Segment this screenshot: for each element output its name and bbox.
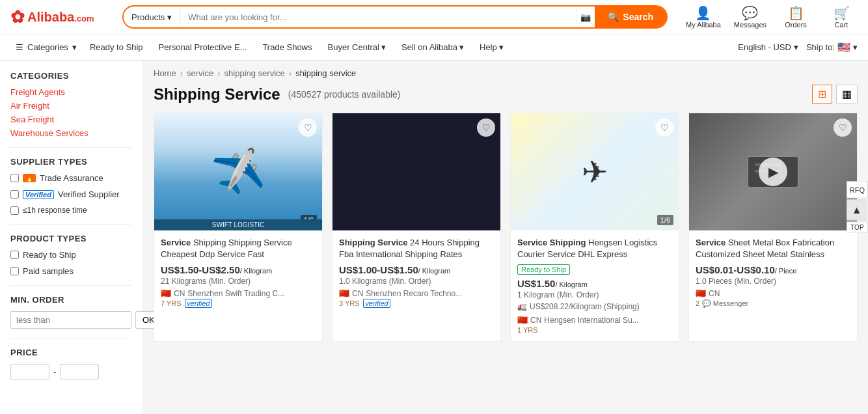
alibaba-logo[interactable]: ✿ Alibaba.com [10,7,115,27]
supplier-country-2: CN [352,289,363,298]
rts-label: Ready to Ship [23,250,76,260]
ta-label: Trade Assurance [40,173,103,183]
verified-checkbox[interactable] [10,190,19,199]
my-alibaba-btn[interactable]: 👤 My Alibaba [686,5,721,29]
categories-label: Categories [27,42,68,52]
messenger-label: 💬 Messenger [702,299,748,307]
menu-icon: ☰ [16,42,23,52]
cn-flag-1: 🇨🇳 [161,288,171,298]
sidebar-sea-freight[interactable]: Sea Freight [10,115,132,124]
rfq-button[interactable]: RFQ [847,182,868,199]
search-button[interactable]: 🔍 Search [595,7,666,27]
wishlist-btn-2[interactable]: ♡ [477,118,495,137]
nav-buyer-central[interactable]: Buyer Central ▾ [320,40,394,55]
categories-section-title: CATEGORIES [10,71,132,81]
product-card-3[interactable]: ✈ ♡ 1/6 Service Shipping Hengsen Logisti… [510,113,679,342]
search-bar: Products ▾ 📷 🔍 Search [122,5,668,29]
orders-btn[interactable]: 📋 Orders [780,5,812,29]
supplier-info-2: 🇨🇳 CN Shenzhen Recaro Techno... [339,288,494,298]
categories-button[interactable]: ☰ Categories ▾ [10,40,82,55]
product-title-4: Service Sheet Metal Box Fabrication Cust… [696,237,850,260]
nav-help[interactable]: Help ▾ [472,40,511,55]
cart-label: Cart [835,21,848,29]
nav-trade-shows[interactable]: Trade Shows [254,40,319,55]
supplier-name-2: Shenzhen Recaro Techno... [366,289,462,298]
messages-btn[interactable]: 💬 Messages [734,5,766,29]
nav-ready-to-ship[interactable]: Ready to Ship [82,40,151,55]
breadcrumb-home[interactable]: Home [154,68,176,78]
ready-to-ship-badge-3: Ready to Ship [517,264,570,275]
paid-samples-label: Paid samples [23,266,74,276]
min-order-3: 1 Kilogram (Min. Order) [517,290,672,299]
min-order-title: Min. Order [10,295,132,305]
image-counter-3: 1/6 [657,215,673,225]
camera-icon[interactable]: 📷 [576,8,595,26]
paid-samples-checkbox[interactable] [10,267,19,275]
sidebar-divider-3 [10,285,132,286]
my-alibaba-label: My Alibaba [686,21,721,29]
play-button-4[interactable]: ▶ [759,158,787,186]
min-order-field[interactable] [10,311,131,329]
cn-flag-4: 🇨🇳 [696,288,706,298]
grid-view-button[interactable]: ⊞ [812,85,832,104]
verified-badge: Verified [23,190,54,199]
wishlist-btn-1[interactable]: ♡ [299,118,317,137]
wishlist-btn-3[interactable]: ♡ [655,118,673,137]
ta-checkbox[interactable] [10,174,19,182]
product-info-2: Shipping Service 24 Hours Shipping Fba I… [332,230,500,314]
supplier-country-3: CN [530,316,541,325]
header: ✿ Alibaba.com Products ▾ 📷 🔍 Search 👤 My… [0,0,868,34]
product-image-1: ✈️ ♡ 1/6 SWIFT LOGISTIC [154,113,322,230]
ship-to-arrow-icon: ▾ [853,42,858,52]
categories-arrow-icon: ▾ [72,42,77,52]
product-title-1: Service Shipping Shipping Service Cheape… [161,237,316,260]
price-max-field[interactable] [60,364,99,380]
product-count: (450527 products available) [288,89,401,100]
language-selector[interactable]: English - USD ▾ [738,42,798,52]
price-1: US$1.50-US$2.50/ Kilogram [161,264,316,275]
breadcrumb-shipping-service-1[interactable]: shipping service [224,68,285,78]
sidebar-freight-agents[interactable]: Freight Agents [10,87,132,97]
price-range-sep: - [53,367,56,377]
plane-icon: ✈️ [209,143,268,200]
cn-flag-2: 🇨🇳 [339,288,349,298]
price-min-field[interactable] [10,364,49,380]
wishlist-btn-4[interactable]: ♡ [834,118,852,137]
rts-checkbox[interactable] [10,251,19,259]
search-input[interactable] [180,8,576,26]
cart-btn[interactable]: 🛒 Cart [825,5,858,29]
product-info-4: Service Sheet Metal Box Fabrication Cust… [689,230,857,314]
orders-label: Orders [785,21,807,29]
page-title: Shipping Service [154,85,280,104]
sidebar-divider-1 [10,147,132,148]
product-card-2[interactable]: ♡ Shipping Service 24 Hours Shipping Fba… [332,113,501,342]
nav-ppe[interactable]: Personal Protective E... [151,40,255,55]
swift-logistic-badge: SWIFT LOGISTIC [154,219,322,230]
product-image-2: ♡ [332,113,500,230]
product-card-1[interactable]: ✈️ ♡ 1/6 SWIFT LOGISTIC Service Shipping… [154,113,323,342]
language-label: English - USD [738,42,791,52]
supplier-country-1: CN [174,289,185,298]
nav-sell[interactable]: Sell on Alibaba ▾ [394,40,472,55]
product-card-4[interactable]: ▶ ♡ Service Sheet Metal Box Fabrication … [688,113,858,342]
sidebar-air-freight[interactable]: Air Freight [10,101,132,111]
navbar: ☰ Categories ▾ Ready to Ship Personal Pr… [0,34,868,61]
response-checkbox[interactable] [10,206,19,215]
supplier-info-3: 🇨🇳 CN Hengsen International Su... [517,315,672,325]
supplier-info-1: 🇨🇳 CN Shenzhen Swift Trading C... [161,288,316,298]
scroll-top-button[interactable]: ▲ [847,200,867,221]
product-title-2: Shipping Service 24 Hours Shipping Fba I… [339,237,494,260]
ship-to-selector[interactable]: Ship to: 🇺🇸 ▾ [806,41,858,53]
main-layout: CATEGORIES Freight Agents Air Freight Se… [0,61,868,414]
product-type-rts: Ready to Ship [10,250,132,260]
products-dropdown[interactable]: Products ▾ [124,8,180,26]
list-view-button[interactable]: ▦ [836,85,858,104]
content-area: Home › service › shipping service › ship… [143,61,868,414]
sidebar-warehouse-services[interactable]: Warehouse Services [10,128,132,138]
logo-icon: ✿ [10,7,25,27]
sidebar: CATEGORIES Freight Agents Air Freight Se… [0,61,143,414]
title-highlight-2: Shipping Service [339,238,407,247]
breadcrumb-service[interactable]: service [187,68,213,78]
supplier-types-title: Supplier Types [10,157,132,167]
header-icons: 👤 My Alibaba 💬 Messages 📋 Orders 🛒 Cart [686,5,858,29]
